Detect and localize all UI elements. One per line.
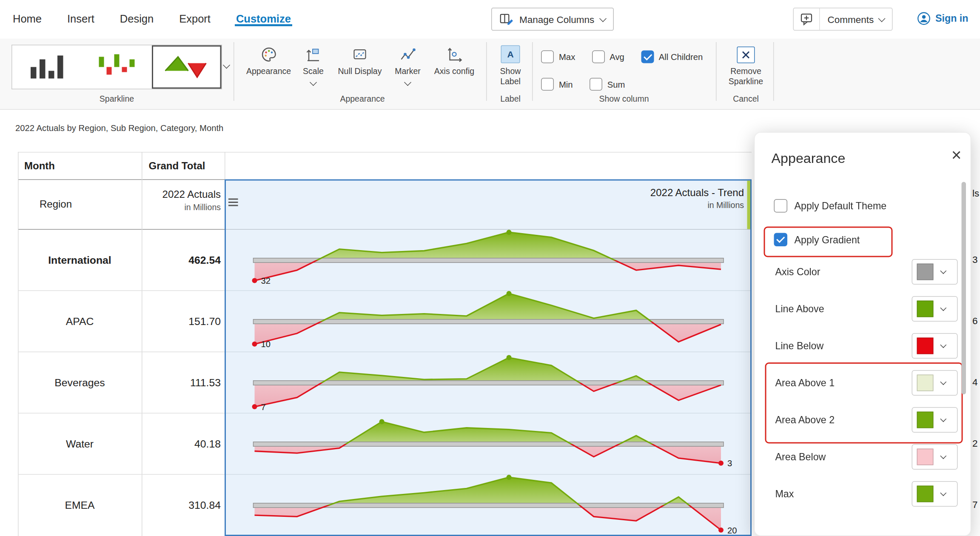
- sparkline-group-caption: Sparkline: [11, 94, 222, 104]
- clipped-column-fragment: 4: [972, 376, 980, 388]
- drag-handle-icon[interactable]: [228, 199, 238, 200]
- row-value-apac: 151.70: [142, 291, 225, 352]
- add-comment-icon[interactable]: [794, 9, 820, 30]
- clipped-column-fragment: ls: [972, 188, 980, 199]
- top-menubar: HomeInsertDesignExportCustomize Manage C…: [0, 0, 980, 40]
- chevron-down-icon: [940, 305, 946, 311]
- svg-text:3: 3: [727, 459, 732, 468]
- chevron-down-icon[interactable]: [310, 79, 317, 86]
- clipped-column-fragment: 2: [972, 438, 980, 449]
- color-swatch: [917, 338, 934, 354]
- menu-insert[interactable]: Insert: [66, 0, 96, 26]
- panel-color-row-area-above-2: Area Above 2: [755, 404, 971, 436]
- checkbox-all-children[interactable]: All Children: [641, 51, 703, 63]
- comments-label: Comments: [820, 14, 879, 25]
- axis-config-button[interactable]: Axis config: [428, 46, 481, 76]
- clipped-column-fragment: 6: [972, 315, 980, 327]
- panel-option-apply-default-theme[interactable]: Apply Default Theme: [774, 199, 887, 213]
- column-sparkline-icon: [26, 53, 67, 81]
- menu-design[interactable]: Design: [119, 0, 155, 26]
- checkbox-box[interactable]: [592, 51, 604, 63]
- show-column-row-2: MinSum: [541, 78, 625, 91]
- color-dropdown-line-above[interactable]: [912, 296, 958, 322]
- sparkline-apac[interactable]: 10: [226, 291, 750, 353]
- label-group-caption: Label: [493, 94, 528, 104]
- color-row-label: Area Below: [775, 441, 826, 473]
- sparkline-emea[interactable]: 20: [226, 474, 750, 536]
- sparkline-type-winloss-thumbnail[interactable]: [82, 46, 151, 89]
- color-dropdown-area-above-1[interactable]: [912, 370, 958, 396]
- chevron-down-icon[interactable]: [404, 79, 411, 86]
- sign-in-button[interactable]: Sign in: [917, 11, 969, 26]
- color-dropdown-area-above-2[interactable]: [912, 407, 958, 433]
- clipped-column-fragment: 7: [972, 499, 980, 510]
- panel-scrollbar[interactable]: [962, 182, 966, 395]
- panel-option-apply-gradient[interactable]: Apply Gradient: [774, 233, 860, 247]
- chevron-down-icon: [940, 453, 946, 459]
- table-border: [225, 152, 225, 180]
- table-border: [18, 291, 225, 291]
- gallery-chevron-down-icon[interactable]: [223, 62, 230, 69]
- show-label-icon: A: [501, 46, 520, 63]
- show-label-button[interactable]: A Show Label: [493, 46, 528, 86]
- comments-control[interactable]: Comments: [793, 8, 892, 31]
- trend-column-header: 2022 Actuals - Trend in Millions: [650, 187, 744, 210]
- color-dropdown-max[interactable]: [912, 481, 958, 507]
- manage-columns-label: Manage Columns: [519, 14, 594, 25]
- remove-sparkline-button[interactable]: Remove Sparkline: [724, 46, 768, 86]
- row-label-international: International: [18, 229, 142, 291]
- value-column-title: 2022 Actuals: [142, 189, 221, 200]
- checkbox-box[interactable]: [774, 199, 788, 213]
- panel-color-row-max: Max: [755, 478, 971, 510]
- checkbox-box[interactable]: [774, 233, 788, 247]
- option-label: Apply Default Theme: [795, 200, 887, 211]
- ribbon-divider: [716, 42, 717, 101]
- chevron-down-icon: [599, 14, 606, 22]
- winloss-sparkline-icon: [96, 52, 137, 83]
- checkbox-box[interactable]: [641, 51, 654, 63]
- color-row-label: Area Above 2: [775, 404, 835, 436]
- checkbox-box[interactable]: [541, 78, 554, 91]
- ribbon-divider: [773, 42, 774, 101]
- checkbox-box[interactable]: [541, 51, 554, 63]
- menu-export[interactable]: Export: [178, 0, 212, 26]
- checkbox-sum[interactable]: Sum: [590, 78, 625, 91]
- marker-button[interactable]: Marker: [390, 46, 426, 87]
- sparkline-type-trend-thumbnail[interactable]: [151, 46, 221, 89]
- checkbox-box[interactable]: [590, 78, 602, 91]
- menu-home[interactable]: Home: [11, 0, 43, 26]
- menu-customize[interactable]: Customize: [235, 0, 292, 26]
- manage-columns-button[interactable]: Manage Columns: [491, 8, 613, 31]
- checkbox-avg[interactable]: Avg: [592, 51, 624, 63]
- color-row-label: Line Below: [775, 330, 824, 362]
- row-label-beverages: Beverages: [18, 352, 142, 413]
- close-icon[interactable]: ×: [952, 145, 962, 165]
- color-swatch: [917, 375, 934, 391]
- sparkline-water[interactable]: 3: [226, 413, 750, 475]
- table-border: [18, 352, 225, 353]
- sparkline-international[interactable]: 32: [226, 229, 750, 291]
- value-column-header: 2022 Actuals in Millions: [142, 180, 225, 229]
- svg-text:7: 7: [261, 402, 266, 412]
- checkbox-max[interactable]: Max: [541, 51, 575, 63]
- clipped-column-fragment: 3: [972, 254, 980, 265]
- ribbon-divider: [234, 42, 234, 101]
- scale-button[interactable]: Scale: [297, 46, 330, 87]
- main-menu: HomeInsertDesignExportCustomize: [11, 0, 292, 39]
- color-dropdown-area-below[interactable]: [912, 444, 958, 470]
- row-label-apac: APAC: [18, 291, 142, 352]
- appearance-panel: Appearance × Apply Default ThemeApply Gr…: [754, 132, 971, 536]
- chevron-down-icon: [940, 268, 946, 274]
- color-swatch: [917, 412, 934, 428]
- null-display-button[interactable]: Null Display: [333, 46, 387, 76]
- sparkline-column-selection[interactable]: 2022 Actuals - Trend in Millions 32: [225, 180, 752, 536]
- checkbox-min[interactable]: Min: [541, 78, 573, 91]
- row-label-water: Water: [18, 413, 142, 474]
- color-row-label: Area Above 1: [775, 367, 835, 399]
- sparkline-beverages[interactable]: 7: [226, 352, 750, 414]
- color-dropdown-line-below[interactable]: [912, 333, 958, 359]
- sparkline-type-column-thumbnail[interactable]: [12, 46, 82, 89]
- color-dropdown-axis-color[interactable]: [912, 259, 958, 285]
- appearance-button[interactable]: Appearance: [245, 46, 293, 76]
- show-column-group-caption: Show column: [536, 94, 712, 104]
